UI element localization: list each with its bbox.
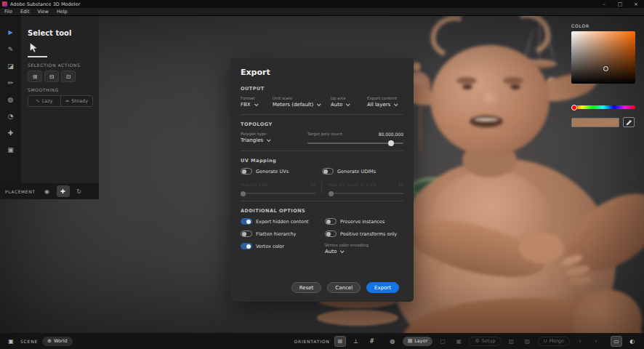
world-button[interactable]: ⊕ World xyxy=(42,337,73,346)
merge-icon: ∪ xyxy=(544,338,547,344)
layer-icon: ▤ xyxy=(408,338,413,344)
menu-view[interactable]: View xyxy=(37,9,48,15)
menu-file[interactable]: File xyxy=(4,9,12,15)
topology-section-label: TOPOLOGY xyxy=(241,121,403,127)
divider xyxy=(241,201,403,201)
invert-selection-button[interactable]: ⊡ xyxy=(61,71,76,82)
maximize-button[interactable]: □ xyxy=(612,0,628,8)
uv-mapping-section-label: UV Mapping xyxy=(241,158,403,164)
polygon-type-select[interactable]: Triangles xyxy=(241,137,302,143)
sv-picker-handle[interactable] xyxy=(603,66,608,71)
placement-rotate-button[interactable]: ↻ xyxy=(73,185,86,197)
slider-knob[interactable] xyxy=(241,191,246,196)
mirror-button[interactable]: ▥ xyxy=(506,336,518,347)
steady-label: Steady xyxy=(71,98,88,104)
pencil-tool-icon[interactable]: ✏ xyxy=(8,79,14,87)
slider-knob[interactable] xyxy=(329,191,334,196)
add-tool-icon[interactable]: ✚ xyxy=(8,129,14,137)
setup-label: Setup xyxy=(482,338,496,344)
orientation-gizmo-button[interactable]: ⊞ xyxy=(334,336,346,347)
orientation-label: ORIENTATION xyxy=(294,339,329,344)
preserve-instances-label: Preserve instances xyxy=(340,219,385,225)
unit-scale-label: Unit scale xyxy=(273,96,325,100)
cancel-button[interactable]: Cancel xyxy=(327,282,361,293)
deselect-button[interactable]: ⊟ xyxy=(44,71,59,82)
export-content-select[interactable]: All layers xyxy=(367,102,397,108)
vertex-encoding-select[interactable]: Auto xyxy=(325,249,403,254)
chevron-down-icon xyxy=(346,102,350,106)
chevron-down-icon xyxy=(340,249,345,253)
clone-button[interactable]: ▢ xyxy=(437,336,448,347)
chevron-down-icon xyxy=(267,137,271,142)
preserve-instances-toggle[interactable] xyxy=(325,218,337,225)
max-uv-count-slider[interactable] xyxy=(329,193,403,194)
generate-udims-toggle[interactable] xyxy=(322,168,334,174)
smoothing-lazy-button[interactable]: ∿ Lazy xyxy=(28,96,60,106)
positive-transforms-toggle[interactable] xyxy=(325,230,337,237)
slider-knob[interactable] xyxy=(388,140,394,146)
menu-help[interactable]: Help xyxy=(57,9,68,15)
export-hidden-content-toggle[interactable] xyxy=(241,218,252,225)
layer-button[interactable]: ▤ Layer xyxy=(403,337,433,346)
select-all-button[interactable]: ⊞ xyxy=(28,71,42,82)
dialog-title: Export xyxy=(241,68,403,77)
split-view-toggle[interactable]: ◐ xyxy=(627,336,638,347)
sphere-view-button[interactable]: ◍ xyxy=(387,336,398,347)
max-uv-tiles-label: Max UV Tiles xyxy=(241,182,268,187)
placement-move-button[interactable]: ✚ xyxy=(57,185,70,197)
minimize-button[interactable]: – xyxy=(596,0,612,8)
reset-button[interactable]: Reset xyxy=(291,282,322,293)
menu-bar: File Edit View Help xyxy=(0,8,644,16)
output-section-label: OUTPUT xyxy=(241,86,403,92)
format-select[interactable]: FBX xyxy=(241,102,267,108)
saturation-value-picker[interactable] xyxy=(571,31,635,84)
target-poly-slider[interactable] xyxy=(307,143,403,144)
smoothing-steady-button[interactable]: ≈ Steady xyxy=(60,96,93,106)
vertex-color-toggle[interactable] xyxy=(241,243,252,249)
erase-tool-icon[interactable]: ◪ xyxy=(7,63,14,70)
unit-scale-select[interactable]: Meters (default) xyxy=(273,102,325,108)
select-tool-icon[interactable]: ▶ xyxy=(8,29,12,36)
up-axis-select[interactable]: Auto xyxy=(331,102,361,108)
generate-uvs-toggle[interactable] xyxy=(241,168,252,174)
snapping-grid-button[interactable]: # xyxy=(366,336,378,347)
tool-underline xyxy=(28,56,47,57)
max-uv-tiles-slider[interactable] xyxy=(241,193,315,194)
instance-button[interactable]: ▣ xyxy=(453,336,464,347)
tool-title: Select tool xyxy=(28,29,93,37)
format-label: Format xyxy=(241,96,267,100)
redo-step-button[interactable]: › xyxy=(590,336,602,347)
display-mode-button[interactable]: ▭ xyxy=(611,336,622,347)
eyedropper-icon xyxy=(626,119,632,126)
hue-slider[interactable] xyxy=(571,105,635,109)
placement-label: PLACEMENT xyxy=(5,189,36,194)
menu-edit[interactable]: Edit xyxy=(20,9,30,15)
undo-step-button[interactable]: ‹ xyxy=(574,336,586,347)
flatten-hierarchy-toggle[interactable] xyxy=(241,230,252,237)
export-hidden-content-label: Export hidden content xyxy=(256,219,309,225)
smoothing-segmented-control: ∿ Lazy ≈ Steady xyxy=(28,95,93,107)
selection-actions-group: ⊞ ⊟ ⊡ xyxy=(28,71,93,82)
vertex-color-label: Vertex color xyxy=(256,244,284,249)
eyedropper-button[interactable] xyxy=(623,117,635,127)
scene-label: SCENE xyxy=(20,339,38,344)
close-button[interactable]: × xyxy=(628,0,644,8)
hue-slider-handle[interactable] xyxy=(571,105,577,111)
orientation-pivot-button[interactable]: ⊥ xyxy=(350,336,362,347)
window-title: Adobe Substance 3D Modeler xyxy=(10,1,596,7)
frame-tool-icon[interactable]: ▣ xyxy=(7,146,14,153)
placement-snap-button[interactable]: ◉ xyxy=(41,185,54,197)
current-color-swatch[interactable] xyxy=(571,118,619,127)
tool-options-panel: Select tool SELECTION ACTIONS ⊞ ⊟ ⊡ SMOO… xyxy=(21,16,99,199)
tool-strip: ▶ ✎ ◪ ✏ ◍ ◔ ✚ ▣ xyxy=(0,16,21,199)
orbit-tool-icon[interactable]: ◔ xyxy=(8,113,14,120)
lazy-label: Lazy xyxy=(42,98,53,104)
sculpt-tool-icon[interactable]: ✎ xyxy=(8,46,14,53)
export-button[interactable]: Export xyxy=(366,282,399,293)
target-poly-value: 80,000,000 xyxy=(379,132,403,137)
setup-button[interactable]: ⚙ Setup xyxy=(469,337,501,346)
up-axis-label: Up axis xyxy=(331,96,361,100)
mask-button[interactable]: ▨ xyxy=(522,336,534,347)
merge-button[interactable]: ∪ Merge xyxy=(538,337,570,346)
smudge-tool-icon[interactable]: ◍ xyxy=(8,96,14,103)
